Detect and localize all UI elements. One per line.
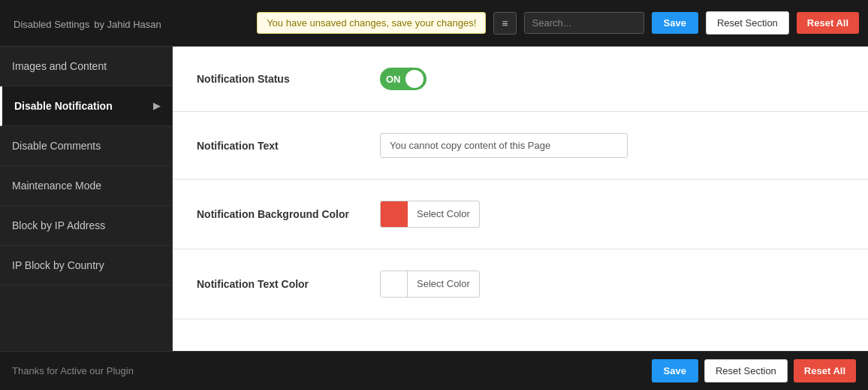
notification-bg-color-control: Select Color: [380, 201, 480, 228]
footer-save-button[interactable]: Save: [652, 359, 698, 382]
notification-text-input[interactable]: [380, 133, 628, 158]
notification-text-control: [380, 133, 628, 158]
notification-text-color-label: Notification Text Color: [197, 278, 362, 290]
toggle-circle: [405, 70, 423, 88]
footer-text: Thanks for Active our Plugin: [12, 365, 134, 376]
app-title: Disabled Settingsby Jahid Hasan: [9, 14, 161, 32]
main-layout: Images and Content Disable Notification …: [0, 47, 868, 351]
footer-actions: Save Reset Section Reset All: [652, 359, 856, 382]
active-arrow-icon: ▶: [153, 101, 160, 111]
sidebar-item-disable-comments[interactable]: Disable Comments: [0, 126, 172, 166]
notification-bg-color-swatch: [381, 201, 408, 227]
content-area: Notification Status ON Notification Text…: [173, 47, 868, 351]
toggle-on-label: ON: [386, 74, 401, 85]
menu-icon-button[interactable]: ≡: [493, 12, 516, 35]
notification-text-label: Notification Text: [197, 140, 362, 152]
unsaved-notice: You have unsaved changes, save your chan…: [257, 12, 486, 34]
footer-reset-all-button[interactable]: Reset All: [794, 359, 856, 382]
footer: Thanks for Active our Plugin Save Reset …: [0, 351, 868, 390]
header: Disabled Settingsby Jahid Hasan You have…: [0, 0, 868, 47]
title-text: Disabled Settings: [14, 19, 89, 30]
footer-reset-section-button[interactable]: Reset Section: [704, 359, 788, 382]
notification-status-row: Notification Status ON: [173, 47, 868, 112]
notification-text-color-button[interactable]: Select Color: [380, 271, 480, 298]
sidebar-item-block-by-ip[interactable]: Block by IP Address: [0, 206, 172, 246]
notification-bg-color-row: Notification Background Color Select Col…: [173, 180, 868, 249]
notification-bg-color-btn-label: Select Color: [408, 201, 479, 227]
notification-bg-color-button[interactable]: Select Color: [380, 201, 480, 228]
notification-status-label: Notification Status: [197, 73, 362, 85]
notification-text-color-control: Select Color: [380, 271, 480, 298]
notification-status-toggle[interactable]: ON: [380, 68, 426, 90]
header-reset-section-button[interactable]: Reset Section: [706, 11, 789, 35]
sidebar: Images and Content Disable Notification …: [0, 47, 173, 351]
notification-text-row: Notification Text: [173, 112, 868, 180]
search-input[interactable]: [524, 12, 644, 34]
notification-text-color-btn-label: Select Color: [408, 271, 479, 297]
sidebar-item-maintenance-mode[interactable]: Maintenance Mode: [0, 166, 172, 206]
notification-text-color-swatch: [381, 271, 408, 297]
notification-status-control: ON: [380, 68, 426, 90]
notification-text-color-row: Notification Text Color Select Color: [173, 249, 868, 319]
notification-bg-color-label: Notification Background Color: [197, 208, 362, 220]
header-save-button[interactable]: Save: [652, 12, 698, 34]
header-reset-all-button[interactable]: Reset All: [797, 12, 859, 34]
sidebar-item-ip-block-country[interactable]: IP Block by Country: [0, 246, 172, 286]
sidebar-item-disable-notification[interactable]: Disable Notification ▶: [0, 86, 172, 126]
subtitle-text: by Jahid Hasan: [94, 19, 161, 30]
sidebar-item-images-content[interactable]: Images and Content: [0, 47, 172, 86]
